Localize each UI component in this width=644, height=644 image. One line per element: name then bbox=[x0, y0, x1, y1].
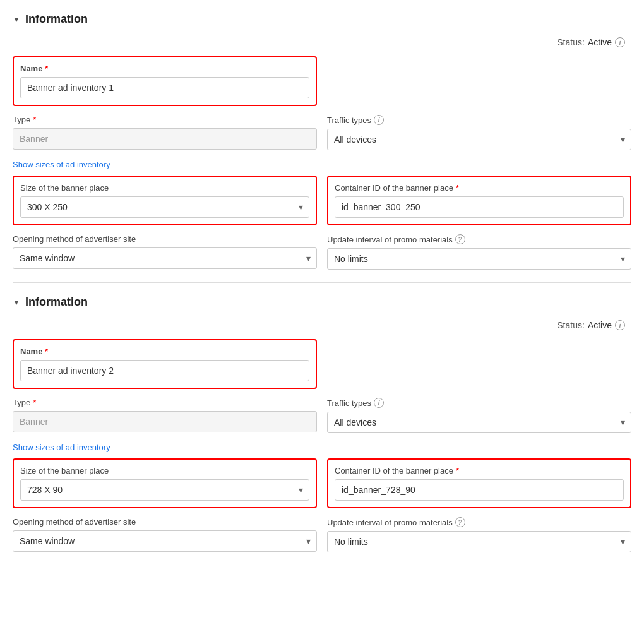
traffic-types-group-1: Traffic types i All devices bbox=[327, 115, 631, 150]
opening-method-select-wrapper-1: Same window bbox=[13, 247, 317, 269]
update-interval-select-wrapper-1: No limits bbox=[327, 248, 631, 270]
container-id-label-2: Container ID of the banner place * bbox=[335, 466, 624, 475]
update-interval-info-icon-2[interactable]: ? bbox=[455, 517, 465, 527]
container-id-required-star-2: * bbox=[456, 466, 459, 475]
size-label-1: Size of the banner place bbox=[20, 183, 309, 193]
container-id-input-1[interactable] bbox=[335, 196, 624, 218]
traffic-types-label-2: Traffic types i bbox=[327, 398, 631, 408]
traffic-info-icon-1[interactable]: i bbox=[374, 115, 384, 125]
type-group-2: Type * bbox=[13, 398, 317, 433]
name-field-container-2: Name * bbox=[13, 339, 317, 389]
type-traffic-row-2: Type * Traffic types i All devices bbox=[13, 398, 631, 433]
size-banner-container-1: Size of the banner place 300 X 250 bbox=[13, 176, 317, 225]
status-label-1: Status: bbox=[557, 37, 585, 47]
name-row-1: Name * bbox=[13, 56, 631, 106]
opening-method-group-2: Opening method of advertiser site Same w… bbox=[13, 517, 317, 552]
opening-method-select-1[interactable]: Same window bbox=[13, 247, 317, 269]
chevron-down-icon-2[interactable]: ▼ bbox=[13, 298, 20, 307]
update-interval-select-2[interactable]: No limits bbox=[327, 531, 631, 552]
name-row-2: Name * bbox=[13, 339, 631, 389]
container-id-container-2: Container ID of the banner place * bbox=[327, 458, 631, 508]
container-id-label-1: Container ID of the banner place * bbox=[335, 183, 624, 193]
size-select-wrapper-1: 300 X 250 bbox=[20, 196, 309, 218]
status-value-2: Active bbox=[588, 320, 612, 330]
type-input-2 bbox=[13, 411, 317, 432]
section-2-header: ▼ Information bbox=[13, 295, 631, 309]
status-value-1: Active bbox=[588, 37, 612, 47]
name-input-2[interactable] bbox=[20, 360, 309, 381]
status-info-icon-2[interactable]: i bbox=[615, 320, 625, 330]
section-1: ▼ Information Status: Active i Name * Ty… bbox=[13, 13, 631, 270]
traffic-info-icon-2[interactable]: i bbox=[374, 398, 384, 408]
update-interval-select-1[interactable]: No limits bbox=[327, 248, 631, 270]
type-label-1: Type * bbox=[13, 115, 317, 124]
name-required-star-2: * bbox=[45, 347, 48, 356]
size-label-2: Size of the banner place bbox=[20, 466, 309, 475]
status-info-icon-1[interactable]: i bbox=[615, 37, 625, 47]
status-label-2: Status: bbox=[557, 320, 585, 330]
name-label-1: Name * bbox=[20, 64, 309, 73]
size-select-wrapper-2: 728 X 90 bbox=[20, 479, 309, 501]
size-banner-container-2: Size of the banner place 728 X 90 bbox=[13, 458, 317, 508]
type-group-1: Type * bbox=[13, 115, 317, 150]
container-id-required-star-1: * bbox=[456, 183, 459, 193]
show-sizes-link-2[interactable]: Show sizes of ad inventory bbox=[13, 443, 110, 452]
container-id-container-1: Container ID of the banner place * bbox=[327, 176, 631, 225]
update-interval-group-1: Update interval of promo materials ? No … bbox=[327, 234, 631, 270]
section-2-title: Information bbox=[25, 295, 88, 309]
type-required-star-1: * bbox=[33, 115, 36, 124]
opening-update-row-2: Opening method of advertiser site Same w… bbox=[13, 517, 631, 552]
name-label-2: Name * bbox=[20, 347, 309, 356]
name-row-2-right bbox=[327, 339, 631, 389]
name-row-1-right bbox=[327, 56, 631, 106]
name-required-star-1: * bbox=[45, 64, 48, 73]
name-field-container-1: Name * bbox=[13, 56, 317, 106]
status-row-2: Status: Active i bbox=[13, 320, 631, 330]
chevron-down-icon[interactable]: ▼ bbox=[13, 15, 20, 24]
opening-method-select-2[interactable]: Same window bbox=[13, 530, 317, 552]
opening-method-label-2: Opening method of advertiser site bbox=[13, 517, 317, 527]
opening-update-row-1: Opening method of advertiser site Same w… bbox=[13, 234, 631, 270]
traffic-types-select-wrapper-1: All devices bbox=[327, 129, 631, 150]
size-container-row-2: Size of the banner place 728 X 90 Contai… bbox=[13, 458, 631, 508]
opening-method-label-1: Opening method of advertiser site bbox=[13, 234, 317, 244]
opening-method-select-wrapper-2: Same window bbox=[13, 530, 317, 552]
traffic-types-select-wrapper-2: All devices bbox=[327, 412, 631, 433]
traffic-types-select-1[interactable]: All devices bbox=[327, 129, 631, 150]
type-input-1 bbox=[13, 128, 317, 150]
show-sizes-link-1[interactable]: Show sizes of ad inventory bbox=[13, 160, 110, 169]
update-interval-info-icon-1[interactable]: ? bbox=[455, 234, 465, 244]
name-input-1[interactable] bbox=[20, 77, 309, 98]
update-interval-group-2: Update interval of promo materials ? No … bbox=[327, 517, 631, 552]
section-1-header: ▼ Information bbox=[13, 13, 631, 26]
update-interval-label-1: Update interval of promo materials ? bbox=[327, 234, 631, 244]
section-divider bbox=[13, 282, 631, 283]
size-container-row-1: Size of the banner place 300 X 250 Conta… bbox=[13, 176, 631, 225]
section-2: ▼ Information Status: Active i Name * Ty… bbox=[13, 295, 631, 552]
type-required-star-2: * bbox=[33, 398, 36, 407]
update-interval-select-wrapper-2: No limits bbox=[327, 531, 631, 552]
traffic-types-group-2: Traffic types i All devices bbox=[327, 398, 631, 433]
container-id-input-2[interactable] bbox=[335, 479, 624, 501]
traffic-types-select-2[interactable]: All devices bbox=[327, 412, 631, 433]
update-interval-label-2: Update interval of promo materials ? bbox=[327, 517, 631, 527]
size-select-2[interactable]: 728 X 90 bbox=[20, 479, 309, 501]
type-traffic-row-1: Type * Traffic types i All devices bbox=[13, 115, 631, 150]
status-row-1: Status: Active i bbox=[13, 37, 631, 47]
type-label-2: Type * bbox=[13, 398, 317, 407]
section-1-title: Information bbox=[25, 13, 88, 26]
traffic-types-label-1: Traffic types i bbox=[327, 115, 631, 125]
opening-method-group-1: Opening method of advertiser site Same w… bbox=[13, 234, 317, 270]
size-select-1[interactable]: 300 X 250 bbox=[20, 196, 309, 218]
